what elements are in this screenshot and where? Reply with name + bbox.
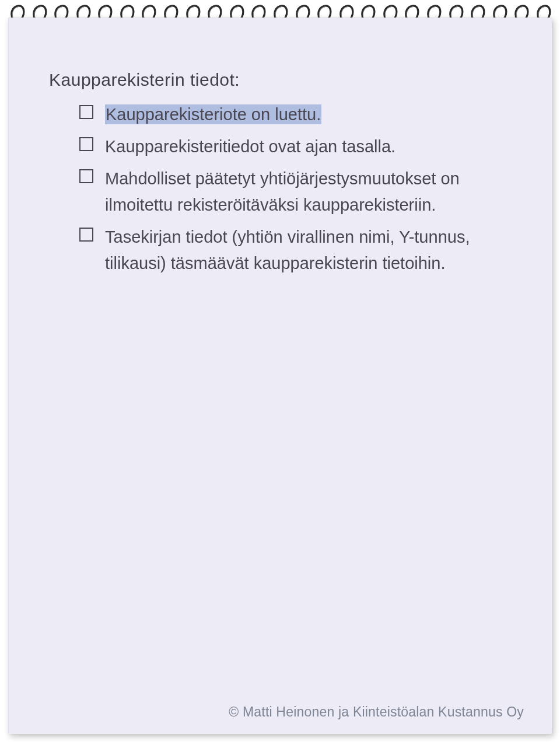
checklist-item-text: Kaupparekisteritiedot ovat ajan tasalla. bbox=[105, 137, 396, 156]
checklist-item-text: Kaupparekisteriote on luettu. bbox=[105, 104, 321, 124]
checkbox-icon[interactable] bbox=[79, 137, 93, 151]
checklist-item-text: Mahdolliset päätetyt yhtiöjärjestysmuuto… bbox=[105, 169, 460, 214]
checklist-item-text: Tasekirjan tiedot (yhtiön virallinen nim… bbox=[105, 228, 470, 272]
page: Kaupparekisterin tiedot: Kaupparekisteri… bbox=[0, 0, 560, 748]
checklist-item: Tasekirjan tiedot (yhtiön virallinen nim… bbox=[79, 224, 511, 277]
checkbox-icon[interactable] bbox=[79, 228, 93, 242]
notepad-sheet: Kaupparekisterin tiedot: Kaupparekisteri… bbox=[8, 18, 552, 734]
checkbox-icon[interactable] bbox=[79, 105, 93, 119]
checklist-item: Kaupparekisteritiedot ovat ajan tasalla. bbox=[79, 134, 511, 160]
checklist-item: Mahdolliset päätetyt yhtiöjärjestysmuuto… bbox=[79, 166, 511, 218]
checklist: Kaupparekisteriote on luettu.Kaupparekis… bbox=[79, 102, 511, 277]
content-area: Kaupparekisterin tiedot: Kaupparekisteri… bbox=[49, 70, 511, 282]
copyright-footer: © Matti Heinonen ja Kiinteistöalan Kusta… bbox=[229, 704, 524, 720]
checklist-item: Kaupparekisteriote on luettu. bbox=[79, 102, 511, 128]
section-heading: Kaupparekisterin tiedot: bbox=[49, 70, 511, 90]
checkbox-icon[interactable] bbox=[79, 169, 93, 183]
